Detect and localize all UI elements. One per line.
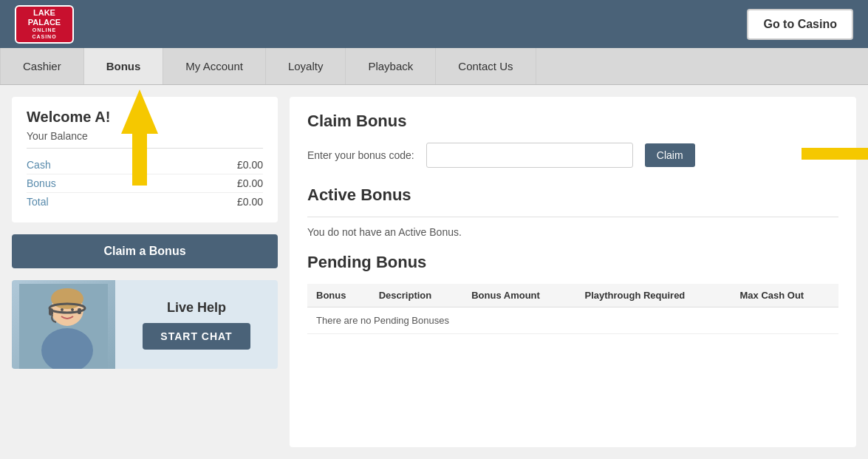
table-row: There are no Pending Bonuses xyxy=(307,307,838,334)
bonus-code-label: Enter your bonus code: xyxy=(307,149,414,161)
total-value: £0.00 xyxy=(237,196,263,208)
arrow-right-annotation xyxy=(802,139,868,171)
logo-casino: CASINO xyxy=(32,34,56,40)
total-label: Total xyxy=(27,196,49,208)
balance-row-total: Total £0.00 xyxy=(27,193,263,211)
col-description: Description xyxy=(370,284,463,307)
bonus-code-row: Enter your bonus code: Claim xyxy=(307,143,838,168)
nav-item-loyalty[interactable]: Loyalty xyxy=(266,48,346,84)
nav-item-cashier[interactable]: Cashier xyxy=(0,48,84,84)
svg-rect-6 xyxy=(49,308,53,316)
claim-bonus-title: Claim Bonus xyxy=(307,112,838,131)
arrow-up-annotation xyxy=(121,89,158,188)
active-bonus-section: Active Bonus You do not have an Active B… xyxy=(307,186,838,238)
go-to-casino-button[interactable]: Go to Casino xyxy=(747,9,853,40)
col-bonus-amount: Bonus Amount xyxy=(462,284,575,307)
live-help-card: Live Help START CHAT xyxy=(12,280,278,369)
logo: LAKE PALACE ONLINE CASINO xyxy=(15,5,74,44)
pending-bonus-title: Pending Bonus xyxy=(307,253,838,272)
table-header-row: Bonus Description Bonus Amount Playthrou… xyxy=(307,284,838,307)
active-bonus-title: Active Bonus xyxy=(307,186,838,205)
col-playthrough: Playthrough Required xyxy=(576,284,731,307)
header: LAKE PALACE ONLINE CASINO Go to Casino xyxy=(0,0,868,48)
no-active-bonus-text: You do not have an Active Bonus. xyxy=(307,226,838,238)
col-bonus: Bonus xyxy=(307,284,370,307)
svg-marker-0 xyxy=(121,89,158,186)
left-panel: Welcome A! Your Balance Cash £0.00 Bonus… xyxy=(12,97,278,447)
navigation: Cashier Bonus My Account Loyalty Playbac… xyxy=(0,48,868,85)
support-person-icon xyxy=(19,284,108,369)
logo-box: LAKE PALACE ONLINE CASINO xyxy=(15,5,74,44)
nav-item-my-account[interactable]: My Account xyxy=(163,48,266,84)
right-panel: Claim Bonus Enter your bonus code: Claim… xyxy=(290,97,856,447)
live-help-image xyxy=(12,280,115,369)
svg-point-8 xyxy=(61,308,64,311)
live-help-title: Live Help xyxy=(167,300,226,316)
pending-bonus-section: Pending Bonus Bonus Description Bonus Am… xyxy=(307,253,838,334)
col-max-cash-out: Max Cash Out xyxy=(731,284,839,307)
nav-item-bonus[interactable]: Bonus xyxy=(84,48,164,84)
logo-sub: ONLINE xyxy=(33,27,56,33)
cash-value: £0.00 xyxy=(237,159,263,171)
bonus-value: £0.00 xyxy=(237,177,263,189)
nav-item-playback[interactable]: Playback xyxy=(346,48,436,84)
main-layout: Welcome A! Your Balance Cash £0.00 Bonus… xyxy=(0,85,868,459)
active-bonus-divider xyxy=(307,217,838,217)
bonus-label: Bonus xyxy=(27,177,56,189)
svg-rect-7 xyxy=(78,308,81,314)
logo-title: LAKE PALACE xyxy=(16,8,72,27)
pending-bonus-table: Bonus Description Bonus Amount Playthrou… xyxy=(307,284,838,334)
cash-label: Cash xyxy=(27,159,51,171)
start-chat-button[interactable]: START CHAT xyxy=(143,323,250,350)
claim-a-bonus-button[interactable]: Claim a Bonus xyxy=(12,234,278,268)
live-help-content: Live Help START CHAT xyxy=(115,280,278,369)
claim-button[interactable]: Claim xyxy=(645,143,695,167)
nav-item-contact-us[interactable]: Contact Us xyxy=(436,48,536,84)
claim-bonus-section: Claim Bonus Enter your bonus code: Claim xyxy=(307,112,838,168)
no-pending-text: There are no Pending Bonuses xyxy=(307,307,838,334)
bonus-code-input[interactable] xyxy=(426,143,633,168)
svg-point-9 xyxy=(71,308,74,311)
welcome-card: Welcome A! Your Balance Cash £0.00 Bonus… xyxy=(12,97,278,222)
svg-marker-10 xyxy=(802,139,868,169)
